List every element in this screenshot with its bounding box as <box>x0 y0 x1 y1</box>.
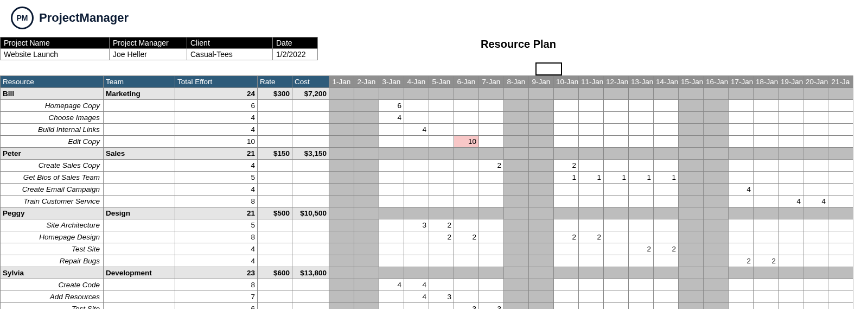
grid-cell[interactable] <box>404 231 429 243</box>
task-row[interactable]: Homepage Design82222 <box>1 231 853 243</box>
task-cost[interactable] <box>292 124 329 136</box>
grid-cell[interactable] <box>579 148 604 160</box>
grid-cell[interactable] <box>679 207 704 219</box>
col-day[interactable]: 19-Jan <box>778 76 803 88</box>
grid-cell[interactable] <box>729 291 754 303</box>
grid-cell[interactable] <box>579 243 604 255</box>
grid-cell[interactable] <box>504 88 529 100</box>
grid-cell[interactable] <box>354 88 379 100</box>
grid-cell[interactable] <box>429 267 454 279</box>
grid-cell[interactable]: 2 <box>429 231 454 243</box>
task-row[interactable]: Create Code844 <box>1 279 853 291</box>
grid-cell[interactable] <box>704 279 729 291</box>
grid-cell[interactable]: 3 <box>454 303 479 310</box>
grid-cell[interactable] <box>404 112 429 124</box>
grid-cell[interactable] <box>828 267 853 279</box>
grid-cell[interactable] <box>654 112 679 124</box>
task-team[interactable] <box>104 100 175 112</box>
grid-cell[interactable] <box>579 207 604 219</box>
grid-cell[interactable] <box>554 303 579 310</box>
grid-cell[interactable] <box>529 267 554 279</box>
grid-cell[interactable] <box>504 291 529 303</box>
grid-cell[interactable] <box>654 148 679 160</box>
grid-cell[interactable] <box>778 124 803 136</box>
grid-cell[interactable] <box>629 267 654 279</box>
grid-cell[interactable] <box>754 243 778 255</box>
grid-cell[interactable] <box>629 88 654 100</box>
task-name[interactable]: Test Site <box>1 303 104 310</box>
grid-cell[interactable]: 2 <box>554 160 579 172</box>
grid-cell[interactable] <box>429 196 454 207</box>
grid-cell[interactable] <box>754 303 778 310</box>
grid-cell[interactable] <box>554 255 579 267</box>
grid-cell[interactable]: 1 <box>554 172 579 184</box>
col-day[interactable]: 7-Jan <box>479 76 504 88</box>
grid-cell[interactable] <box>329 267 354 279</box>
task-row[interactable]: Choose Images44 <box>1 112 853 124</box>
grid-cell[interactable] <box>454 112 479 124</box>
grid-cell[interactable] <box>778 160 803 172</box>
grid-cell[interactable] <box>554 184 579 196</box>
task-team[interactable] <box>104 291 175 303</box>
grid-cell[interactable] <box>579 112 604 124</box>
grid-cell[interactable] <box>803 136 828 148</box>
grid-cell[interactable] <box>379 172 404 184</box>
grid-cell[interactable]: 2 <box>454 231 479 243</box>
task-team[interactable] <box>104 112 175 124</box>
grid-cell[interactable] <box>828 219 853 231</box>
grid-cell[interactable] <box>529 88 554 100</box>
grid-cell[interactable] <box>828 243 853 255</box>
grid-cell[interactable] <box>729 160 754 172</box>
grid-cell[interactable] <box>778 184 803 196</box>
task-team[interactable] <box>104 184 175 196</box>
grid-cell[interactable] <box>828 184 853 196</box>
grid-cell[interactable] <box>329 219 354 231</box>
grid-cell[interactable] <box>529 243 554 255</box>
grid-cell[interactable] <box>404 88 429 100</box>
grid-cell[interactable] <box>379 255 404 267</box>
resource-effort[interactable]: 24 <box>175 88 258 100</box>
task-name[interactable]: Edit Copy <box>1 136 104 148</box>
grid-cell[interactable] <box>828 124 853 136</box>
task-cost[interactable] <box>292 172 329 184</box>
grid-cell[interactable] <box>604 219 629 231</box>
grid-cell[interactable]: 4 <box>404 124 429 136</box>
task-row[interactable]: Test Site633 <box>1 303 853 310</box>
grid-cell[interactable] <box>679 231 704 243</box>
task-name[interactable]: Site Architecture <box>1 219 104 231</box>
grid-cell[interactable] <box>729 196 754 207</box>
grid-cell[interactable] <box>654 291 679 303</box>
task-row[interactable]: Homepage Copy66 <box>1 100 853 112</box>
grid-cell[interactable] <box>479 279 504 291</box>
grid-cell[interactable] <box>404 172 429 184</box>
grid-cell[interactable]: 2 <box>429 219 454 231</box>
grid-cell[interactable] <box>329 279 354 291</box>
grid-cell[interactable] <box>504 172 529 184</box>
resource-rate[interactable]: $150 <box>258 148 292 160</box>
grid-cell[interactable] <box>454 148 479 160</box>
grid-cell[interactable] <box>729 124 754 136</box>
grid-cell[interactable] <box>329 160 354 172</box>
grid-cell[interactable] <box>379 207 404 219</box>
grid-cell[interactable] <box>828 303 853 310</box>
grid-cell[interactable] <box>454 184 479 196</box>
grid-cell[interactable] <box>754 172 778 184</box>
col-day[interactable]: 15-Jan <box>679 76 704 88</box>
task-effort[interactable]: 8 <box>175 231 258 243</box>
grid-cell[interactable] <box>329 148 354 160</box>
grid-cell[interactable] <box>504 231 529 243</box>
grid-cell[interactable] <box>778 136 803 148</box>
col-resource[interactable]: Resource <box>1 76 104 88</box>
task-cost[interactable] <box>292 160 329 172</box>
resource-cost[interactable]: $10,500 <box>292 207 329 219</box>
task-rate[interactable] <box>258 160 292 172</box>
grid-cell[interactable] <box>529 231 554 243</box>
grid-cell[interactable] <box>679 172 704 184</box>
grid-cell[interactable] <box>454 196 479 207</box>
grid-cell[interactable] <box>803 255 828 267</box>
task-row[interactable]: Edit Copy1010 <box>1 136 853 148</box>
col-day[interactable]: 12-Jan <box>604 76 629 88</box>
col-team[interactable]: Team <box>104 76 175 88</box>
grid-cell[interactable] <box>554 279 579 291</box>
task-name[interactable]: Build Internal Links <box>1 124 104 136</box>
